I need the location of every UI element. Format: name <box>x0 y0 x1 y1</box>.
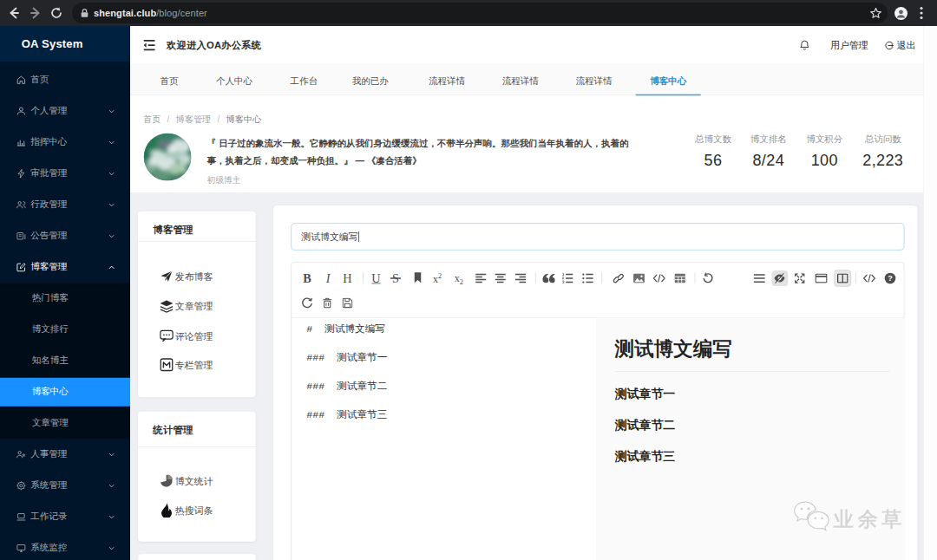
svg-text:?: ? <box>888 274 893 283</box>
